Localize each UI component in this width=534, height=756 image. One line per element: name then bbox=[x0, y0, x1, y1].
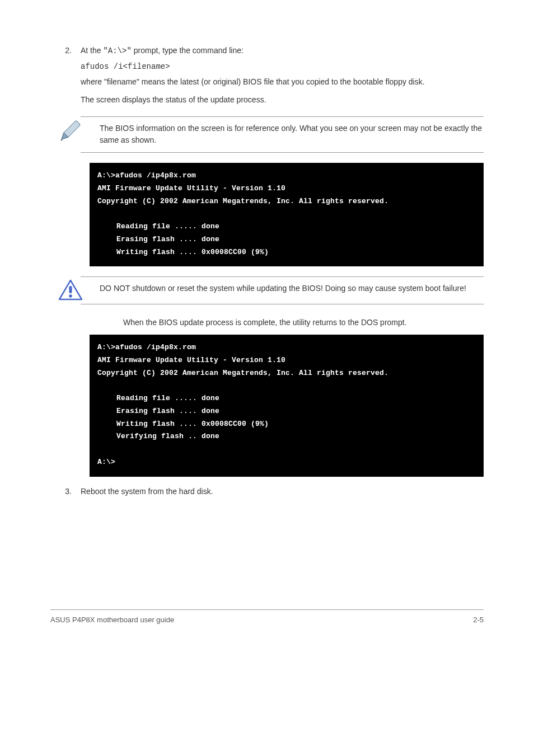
caution-triangle-icon bbox=[58, 279, 100, 302]
step-number-2: 2. bbox=[50, 45, 81, 57]
svg-rect-0 bbox=[69, 286, 72, 293]
footer-page-number: 2-5 bbox=[473, 616, 484, 624]
svg-point-1 bbox=[69, 295, 72, 298]
step2-prompt: "A:\>" bbox=[103, 46, 131, 55]
post-caution-para: When the BIOS update process is complete… bbox=[123, 317, 484, 329]
t2-l7: Verifying flash .. done bbox=[116, 432, 219, 440]
t1-l5: Erasing flash .... done bbox=[116, 235, 219, 243]
t2-l1: A:\>afudos /ip4p8x.rom bbox=[97, 343, 196, 351]
step-number-3: 3. bbox=[50, 486, 81, 498]
t2-l8: A:\> bbox=[97, 458, 115, 466]
t2-l5: Erasing flash .... done bbox=[116, 407, 219, 415]
step2-line1-b: prompt, type the command line: bbox=[132, 46, 243, 55]
t1-l4: Reading file ..... done bbox=[116, 222, 219, 231]
step2-desc-b: The screen displays the status of the up… bbox=[81, 94, 484, 106]
footer-left-text: ASUS P4P8X motherboard user guide bbox=[50, 616, 174, 624]
terminal-output-2: A:\>afudos /ip4p8x.rom AMI Firmware Upda… bbox=[90, 335, 484, 477]
caution-block: DO NOT shutdown or reset the system whil… bbox=[81, 276, 484, 304]
note-pencil-icon bbox=[58, 119, 100, 143]
t1-l3: Copyright (C) 2002 American Megatrends, … bbox=[97, 197, 388, 205]
t1-l2: AMI Firmware Update Utility - Version 1.… bbox=[97, 184, 285, 192]
t2-l2: AMI Firmware Update Utility - Version 1.… bbox=[97, 356, 285, 364]
step2-desc-a: where "filename" means the latest (or or… bbox=[81, 76, 484, 88]
t1-l1: A:\>afudos /ip4p8x.rom bbox=[97, 171, 196, 180]
page-footer: ASUS P4P8X motherboard user guide 2-5 bbox=[50, 609, 484, 624]
terminal-output-1: A:\>afudos /ip4p8x.rom AMI Firmware Upda… bbox=[90, 163, 484, 266]
note-1-text: The BIOS information on the screen is fo… bbox=[100, 119, 484, 150]
t1-l6: Writing flash .... 0x0008CC00 (9%) bbox=[116, 248, 269, 256]
step-3-text: Reboot the system from the hard disk. bbox=[81, 486, 484, 498]
t2-l6: Writing flash .... 0x0008CC00 (9%) bbox=[116, 420, 269, 428]
step2-command: afudos /i<filename> bbox=[81, 61, 484, 73]
note-block-1: The BIOS information on the screen is fo… bbox=[81, 116, 484, 153]
caution-text: DO NOT shutdown or reset the system whil… bbox=[100, 279, 484, 298]
step2-line1-a: At the bbox=[81, 46, 103, 55]
t2-l4: Reading file ..... done bbox=[116, 394, 219, 402]
t2-l3: Copyright (C) 2002 American Megatrends, … bbox=[97, 369, 388, 377]
step-2-body: At the "A:\>" prompt, type the command l… bbox=[81, 45, 484, 106]
